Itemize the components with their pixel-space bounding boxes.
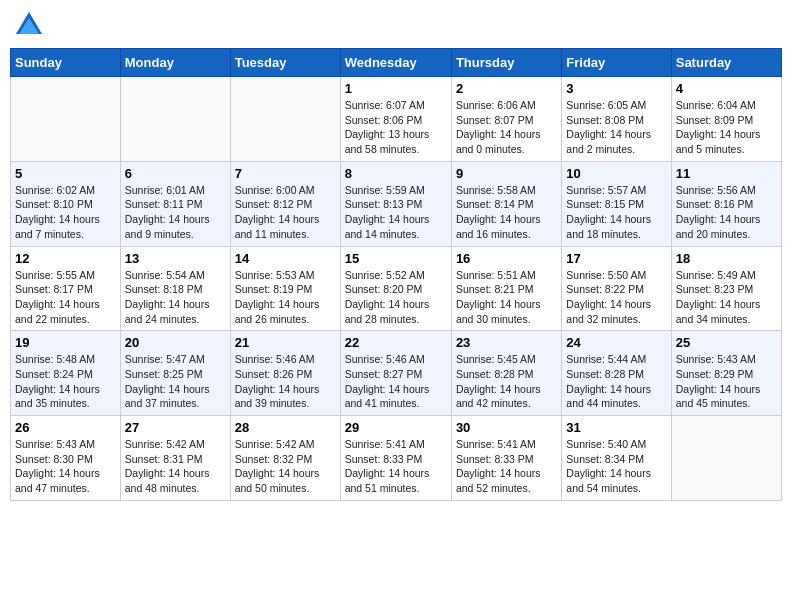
- day-content: Sunrise: 5:50 AM Sunset: 8:22 PM Dayligh…: [566, 268, 666, 327]
- calendar-cell: 25Sunrise: 5:43 AM Sunset: 8:29 PM Dayli…: [671, 331, 781, 416]
- day-number: 8: [345, 166, 447, 181]
- day-number: 12: [15, 251, 116, 266]
- day-number: 16: [456, 251, 557, 266]
- day-number: 17: [566, 251, 666, 266]
- calendar-cell: 15Sunrise: 5:52 AM Sunset: 8:20 PM Dayli…: [340, 246, 451, 331]
- day-number: 25: [676, 335, 777, 350]
- day-number: 20: [125, 335, 226, 350]
- day-content: Sunrise: 5:46 AM Sunset: 8:26 PM Dayligh…: [235, 352, 336, 411]
- day-number: 7: [235, 166, 336, 181]
- day-number: 18: [676, 251, 777, 266]
- day-number: 31: [566, 420, 666, 435]
- calendar-cell: 13Sunrise: 5:54 AM Sunset: 8:18 PM Dayli…: [120, 246, 230, 331]
- calendar-cell: 22Sunrise: 5:46 AM Sunset: 8:27 PM Dayli…: [340, 331, 451, 416]
- day-number: 14: [235, 251, 336, 266]
- day-content: Sunrise: 5:40 AM Sunset: 8:34 PM Dayligh…: [566, 437, 666, 496]
- day-header-friday: Friday: [562, 49, 671, 77]
- day-content: Sunrise: 5:51 AM Sunset: 8:21 PM Dayligh…: [456, 268, 557, 327]
- logo-icon: [14, 10, 44, 40]
- day-number: 4: [676, 81, 777, 96]
- day-content: Sunrise: 5:59 AM Sunset: 8:13 PM Dayligh…: [345, 183, 447, 242]
- day-content: Sunrise: 5:49 AM Sunset: 8:23 PM Dayligh…: [676, 268, 777, 327]
- calendar-table: SundayMondayTuesdayWednesdayThursdayFrid…: [10, 48, 782, 501]
- calendar-cell: 30Sunrise: 5:41 AM Sunset: 8:33 PM Dayli…: [451, 416, 561, 501]
- day-content: Sunrise: 5:58 AM Sunset: 8:14 PM Dayligh…: [456, 183, 557, 242]
- calendar-cell: 7Sunrise: 6:00 AM Sunset: 8:12 PM Daylig…: [230, 161, 340, 246]
- calendar-cell: 18Sunrise: 5:49 AM Sunset: 8:23 PM Dayli…: [671, 246, 781, 331]
- day-number: 19: [15, 335, 116, 350]
- day-number: 11: [676, 166, 777, 181]
- day-content: Sunrise: 6:01 AM Sunset: 8:11 PM Dayligh…: [125, 183, 226, 242]
- day-number: 1: [345, 81, 447, 96]
- day-number: 26: [15, 420, 116, 435]
- day-content: Sunrise: 5:56 AM Sunset: 8:16 PM Dayligh…: [676, 183, 777, 242]
- week-row-2: 5Sunrise: 6:02 AM Sunset: 8:10 PM Daylig…: [11, 161, 782, 246]
- calendar-cell: [120, 77, 230, 162]
- calendar-cell: 4Sunrise: 6:04 AM Sunset: 8:09 PM Daylig…: [671, 77, 781, 162]
- day-content: Sunrise: 6:06 AM Sunset: 8:07 PM Dayligh…: [456, 98, 557, 157]
- calendar-cell: 27Sunrise: 5:42 AM Sunset: 8:31 PM Dayli…: [120, 416, 230, 501]
- calendar-cell: 20Sunrise: 5:47 AM Sunset: 8:25 PM Dayli…: [120, 331, 230, 416]
- calendar-cell: 28Sunrise: 5:42 AM Sunset: 8:32 PM Dayli…: [230, 416, 340, 501]
- logo: [14, 10, 48, 40]
- calendar-cell: 8Sunrise: 5:59 AM Sunset: 8:13 PM Daylig…: [340, 161, 451, 246]
- calendar-cell: 1Sunrise: 6:07 AM Sunset: 8:06 PM Daylig…: [340, 77, 451, 162]
- calendar-cell: 23Sunrise: 5:45 AM Sunset: 8:28 PM Dayli…: [451, 331, 561, 416]
- day-number: 10: [566, 166, 666, 181]
- calendar-cell: 21Sunrise: 5:46 AM Sunset: 8:26 PM Dayli…: [230, 331, 340, 416]
- calendar-cell: 5Sunrise: 6:02 AM Sunset: 8:10 PM Daylig…: [11, 161, 121, 246]
- day-content: Sunrise: 5:41 AM Sunset: 8:33 PM Dayligh…: [345, 437, 447, 496]
- calendar-cell: [11, 77, 121, 162]
- day-content: Sunrise: 5:52 AM Sunset: 8:20 PM Dayligh…: [345, 268, 447, 327]
- day-header-saturday: Saturday: [671, 49, 781, 77]
- calendar-cell: 16Sunrise: 5:51 AM Sunset: 8:21 PM Dayli…: [451, 246, 561, 331]
- day-header-tuesday: Tuesday: [230, 49, 340, 77]
- day-headers-row: SundayMondayTuesdayWednesdayThursdayFrid…: [11, 49, 782, 77]
- day-content: Sunrise: 5:44 AM Sunset: 8:28 PM Dayligh…: [566, 352, 666, 411]
- day-number: 22: [345, 335, 447, 350]
- day-number: 23: [456, 335, 557, 350]
- calendar-cell: 29Sunrise: 5:41 AM Sunset: 8:33 PM Dayli…: [340, 416, 451, 501]
- week-row-3: 12Sunrise: 5:55 AM Sunset: 8:17 PM Dayli…: [11, 246, 782, 331]
- day-number: 30: [456, 420, 557, 435]
- calendar-cell: 12Sunrise: 5:55 AM Sunset: 8:17 PM Dayli…: [11, 246, 121, 331]
- calendar-cell: 14Sunrise: 5:53 AM Sunset: 8:19 PM Dayli…: [230, 246, 340, 331]
- day-number: 28: [235, 420, 336, 435]
- calendar-cell: 26Sunrise: 5:43 AM Sunset: 8:30 PM Dayli…: [11, 416, 121, 501]
- day-number: 5: [15, 166, 116, 181]
- day-header-wednesday: Wednesday: [340, 49, 451, 77]
- day-header-thursday: Thursday: [451, 49, 561, 77]
- day-content: Sunrise: 5:42 AM Sunset: 8:32 PM Dayligh…: [235, 437, 336, 496]
- calendar-cell: 31Sunrise: 5:40 AM Sunset: 8:34 PM Dayli…: [562, 416, 671, 501]
- day-header-sunday: Sunday: [11, 49, 121, 77]
- day-content: Sunrise: 5:48 AM Sunset: 8:24 PM Dayligh…: [15, 352, 116, 411]
- week-row-5: 26Sunrise: 5:43 AM Sunset: 8:30 PM Dayli…: [11, 416, 782, 501]
- day-number: 3: [566, 81, 666, 96]
- day-content: Sunrise: 5:43 AM Sunset: 8:29 PM Dayligh…: [676, 352, 777, 411]
- day-content: Sunrise: 5:47 AM Sunset: 8:25 PM Dayligh…: [125, 352, 226, 411]
- day-content: Sunrise: 6:04 AM Sunset: 8:09 PM Dayligh…: [676, 98, 777, 157]
- day-content: Sunrise: 6:05 AM Sunset: 8:08 PM Dayligh…: [566, 98, 666, 157]
- calendar-cell: 2Sunrise: 6:06 AM Sunset: 8:07 PM Daylig…: [451, 77, 561, 162]
- day-number: 21: [235, 335, 336, 350]
- day-content: Sunrise: 5:57 AM Sunset: 8:15 PM Dayligh…: [566, 183, 666, 242]
- day-number: 29: [345, 420, 447, 435]
- week-row-4: 19Sunrise: 5:48 AM Sunset: 8:24 PM Dayli…: [11, 331, 782, 416]
- calendar-cell: 3Sunrise: 6:05 AM Sunset: 8:08 PM Daylig…: [562, 77, 671, 162]
- calendar-cell: 10Sunrise: 5:57 AM Sunset: 8:15 PM Dayli…: [562, 161, 671, 246]
- calendar-cell: 11Sunrise: 5:56 AM Sunset: 8:16 PM Dayli…: [671, 161, 781, 246]
- day-number: 6: [125, 166, 226, 181]
- calendar-cell: 9Sunrise: 5:58 AM Sunset: 8:14 PM Daylig…: [451, 161, 561, 246]
- calendar-cell: [230, 77, 340, 162]
- calendar-cell: 17Sunrise: 5:50 AM Sunset: 8:22 PM Dayli…: [562, 246, 671, 331]
- calendar-cell: [671, 416, 781, 501]
- day-content: Sunrise: 6:02 AM Sunset: 8:10 PM Dayligh…: [15, 183, 116, 242]
- calendar-cell: 19Sunrise: 5:48 AM Sunset: 8:24 PM Dayli…: [11, 331, 121, 416]
- day-number: 13: [125, 251, 226, 266]
- day-content: Sunrise: 6:07 AM Sunset: 8:06 PM Dayligh…: [345, 98, 447, 157]
- calendar-cell: 24Sunrise: 5:44 AM Sunset: 8:28 PM Dayli…: [562, 331, 671, 416]
- day-content: Sunrise: 5:42 AM Sunset: 8:31 PM Dayligh…: [125, 437, 226, 496]
- day-number: 9: [456, 166, 557, 181]
- week-row-1: 1Sunrise: 6:07 AM Sunset: 8:06 PM Daylig…: [11, 77, 782, 162]
- day-content: Sunrise: 5:54 AM Sunset: 8:18 PM Dayligh…: [125, 268, 226, 327]
